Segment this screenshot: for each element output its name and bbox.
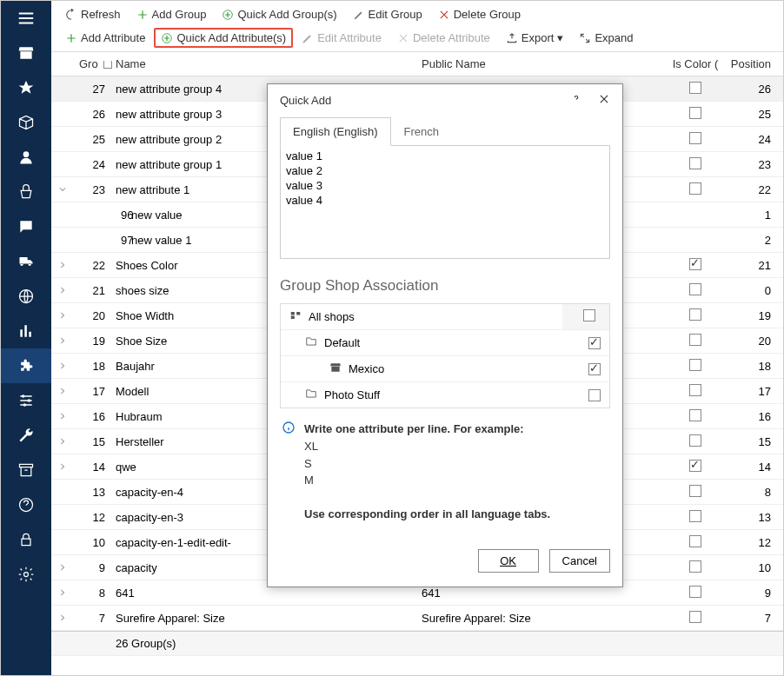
language-tabs: English (English) French [280,116,610,146]
is-color-checkbox[interactable] [689,586,701,598]
is-color-checkbox[interactable] [689,611,701,623]
archive-icon[interactable] [1,453,51,487]
expand-icon[interactable] [58,360,69,370]
expand-icon[interactable] [58,183,69,194]
star-icon[interactable] [1,70,51,105]
shop-photo-checkbox[interactable] [588,389,601,401]
expand-icon[interactable] [58,385,69,395]
col-public[interactable]: Public Name [422,57,665,70]
delete-attribute-label: Delete Attribute [413,31,490,44]
puzzle-icon[interactable] [1,348,51,383]
shop-mexico[interactable]: Mexico [281,356,609,382]
is-color-checkbox[interactable] [689,409,701,421]
is-color-checkbox[interactable] [689,157,701,169]
quick-add-attributes-button[interactable]: Quick Add Attribute(s) [154,28,293,48]
is-color-checkbox[interactable] [689,359,701,371]
is-color-checkbox[interactable] [689,560,701,573]
close-icon[interactable] [598,93,610,108]
cell-gro: 16 [79,410,110,423]
gear-icon[interactable] [1,557,51,592]
cell-public: 641 [422,587,665,600]
is-color-checkbox[interactable] [689,384,701,396]
col-iscolor[interactable]: Is Color ( [665,57,726,70]
expand-icon[interactable] [58,486,69,496]
expand-icon[interactable] [58,435,69,446]
is-color-checkbox[interactable] [689,485,701,497]
expand-icon[interactable] [58,259,69,269]
cell-gro: 12 [79,511,110,524]
grid-header: Gro Name Public Name Is Color ( Position [51,52,783,76]
edit-group-button[interactable]: Edit Group [346,4,429,24]
wrench-icon[interactable] [1,418,51,453]
person-icon[interactable] [1,140,51,175]
cell-gro: 7 [79,612,110,625]
is-color-checkbox[interactable] [689,258,701,270]
shop-mexico-checkbox[interactable] [588,363,601,375]
expand-icon[interactable] [58,536,69,547]
add-group-button[interactable]: Add Group [130,4,214,24]
box-icon[interactable] [1,105,51,140]
shop-all[interactable]: All shops [281,304,609,330]
chart-icon[interactable] [1,314,51,348]
col-name[interactable]: Name [110,57,422,70]
expand-icon[interactable] [58,108,69,118]
info-line2: XL [304,440,318,453]
shop-default-checkbox[interactable] [588,337,601,349]
help-icon[interactable] [1,487,51,522]
menu-icon[interactable] [1,1,51,36]
is-color-checkbox[interactable] [689,283,701,295]
expand-icon[interactable] [58,410,69,421]
expand-icon[interactable] [58,83,69,93]
is-color-checkbox[interactable] [689,535,701,547]
is-color-checkbox[interactable] [689,334,701,346]
shop-all-checkbox[interactable] [583,309,595,321]
is-color-checkbox[interactable] [689,107,701,119]
expand-icon[interactable] [58,587,69,597]
attributes-textarea[interactable] [280,146,610,259]
col-position[interactable]: Position [726,57,783,70]
is-color-checkbox[interactable] [689,308,701,321]
basket-icon[interactable] [1,175,51,209]
expand-icon[interactable] [58,234,69,244]
cell-position: 15 [726,435,783,448]
globe-icon[interactable] [1,279,51,314]
tab-english[interactable]: English (English) [280,117,391,146]
expand-icon[interactable] [58,612,69,622]
col-gro[interactable]: Gro [79,57,110,70]
is-color-checkbox[interactable] [689,510,701,522]
store-icon[interactable] [1,36,51,70]
expand-icon[interactable] [58,511,69,521]
cell-color [665,132,726,147]
is-color-checkbox[interactable] [689,82,701,94]
expand-button[interactable]: Expand [572,28,640,48]
is-color-checkbox[interactable] [689,460,701,472]
is-color-checkbox[interactable] [689,182,701,195]
expand-icon[interactable] [58,309,69,320]
shop-default[interactable]: Default [281,330,609,356]
sliders-icon[interactable] [1,383,51,418]
expand-icon[interactable] [58,284,69,295]
lock-icon[interactable] [1,522,51,557]
tab-french[interactable]: French [391,117,452,146]
truck-icon[interactable] [1,244,51,279]
cancel-button[interactable]: Cancel [549,549,610,573]
expand-icon[interactable] [58,133,69,143]
modal-help-icon[interactable] [570,93,582,108]
delete-group-button[interactable]: Delete Group [431,4,528,24]
is-color-checkbox[interactable] [689,434,701,447]
expand-icon[interactable] [58,158,69,169]
shop-photo[interactable]: Photo Stuff [281,382,609,408]
expand-icon[interactable] [58,561,69,572]
chat-icon[interactable] [1,209,51,244]
table-row[interactable]: 7Surefire Apparel: SizeSurefire Apparel:… [51,606,783,631]
quick-add-groups-button[interactable]: Quick Add Group(s) [215,4,343,24]
add-attribute-button[interactable]: Add Attribute [58,28,152,48]
cell-position: 10 [726,561,783,574]
refresh-button[interactable]: Refresh [58,4,128,24]
expand-icon[interactable] [58,335,69,345]
ok-button[interactable]: OK [478,549,539,573]
expand-icon[interactable] [58,209,69,219]
expand-icon[interactable] [58,461,69,471]
export-button[interactable]: Export ▾ [499,28,571,48]
is-color-checkbox[interactable] [689,132,701,144]
